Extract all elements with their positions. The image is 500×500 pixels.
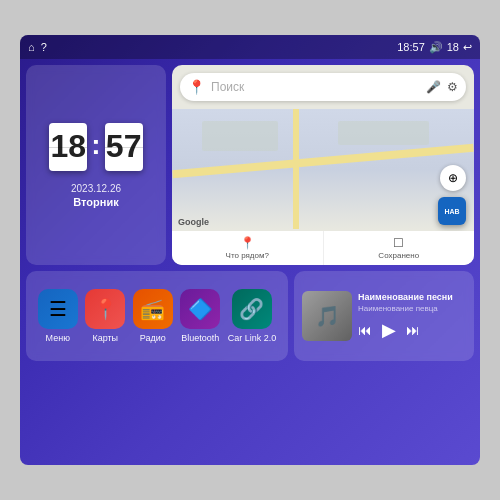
bluetooth-icon: 🔷: [180, 289, 220, 329]
maps-icon: 📍: [85, 289, 125, 329]
music-controls: ⏮ ▶ ⏭: [358, 319, 466, 341]
map-settings-icon[interactable]: ⚙: [447, 80, 458, 94]
map-bottom-bar: 📍 Что рядом? ☐ Сохранено: [172, 231, 474, 265]
map-saved-button[interactable]: ☐ Сохранено: [324, 231, 475, 265]
carlink-icon: 🔗: [232, 289, 272, 329]
bluetooth-label: Bluetooth: [181, 333, 219, 343]
maps-label: Карты: [92, 333, 118, 343]
music-play-button[interactable]: ▶: [382, 319, 396, 341]
music-prev-button[interactable]: ⏮: [358, 322, 372, 338]
music-album-art-inner: 🎵: [302, 291, 352, 341]
map-voice-icon[interactable]: 🎤: [426, 80, 441, 94]
map-area: [172, 109, 474, 229]
map-nearby-icon: 📍: [240, 236, 255, 250]
clock-widget: 18 : 57 2023.12.26 Вторник: [26, 65, 166, 265]
clock-day: Вторник: [73, 196, 118, 208]
music-next-button[interactable]: ⏭: [406, 322, 420, 338]
main-content: 18 : 57 2023.12.26 Вторник 📍 Поиск 🎤 ⚙: [20, 59, 480, 465]
radio-icon: 📻: [133, 289, 173, 329]
status-bar: ⌂ ? 18:57 🔊 18 ↩: [20, 35, 480, 59]
volume-icon: 🔊: [429, 41, 443, 54]
status-left: ⌂ ?: [28, 41, 47, 53]
music-artist: Наименование певца: [358, 304, 466, 313]
top-section: 18 : 57 2023.12.26 Вторник 📍 Поиск 🎤 ⚙: [26, 65, 474, 265]
clock-minutes: 57: [105, 123, 143, 171]
menu-label: Меню: [46, 333, 70, 343]
music-album-art: 🎵: [302, 291, 352, 341]
music-info: Наименование песни Наименование певца ⏮ …: [358, 292, 466, 341]
back-icon[interactable]: ↩: [463, 41, 472, 54]
clock-date: 2023.12.26: [71, 181, 121, 196]
bottom-section: ☰Меню📍Карты📻Радио🔷Bluetooth🔗Car Link 2.0…: [26, 271, 474, 361]
map-location-button[interactable]: ⊕: [440, 165, 466, 191]
app-item-menu[interactable]: ☰Меню: [38, 289, 78, 343]
screen: ⌂ ? 18:57 🔊 18 ↩ 18 : 57: [20, 35, 480, 465]
battery-level: 18: [447, 41, 459, 53]
status-right: 18:57 🔊 18 ↩: [397, 41, 472, 54]
app-item-carlink[interactable]: 🔗Car Link 2.0: [228, 289, 277, 343]
map-search-placeholder: Поиск: [211, 80, 420, 94]
map-nearby-button[interactable]: 📍 Что рядом?: [172, 231, 324, 265]
map-nearby-label: Что рядом?: [226, 251, 269, 260]
map-widget: 📍 Поиск 🎤 ⚙ Google ⊕: [172, 65, 474, 265]
menu-icon: ☰: [38, 289, 78, 329]
music-widget: 🎵 Наименование песни Наименование певца …: [294, 271, 474, 361]
clock-hours: 18: [49, 123, 87, 171]
map-search-bar[interactable]: 📍 Поиск 🎤 ⚙: [180, 73, 466, 101]
app-dock: ☰Меню📍Карты📻Радио🔷Bluetooth🔗Car Link 2.0: [26, 271, 288, 361]
map-block-2: [338, 121, 429, 145]
map-pin-icon: 📍: [188, 79, 205, 95]
status-time: 18:57: [397, 41, 425, 53]
flip-clock: 18 : 57: [49, 123, 142, 171]
map-saved-label: Сохранено: [378, 251, 419, 260]
map-saved-icon: ☐: [393, 236, 404, 250]
map-block-1: [202, 121, 278, 151]
google-logo: Google: [178, 217, 209, 227]
map-nav-fab[interactable]: НАВ: [438, 197, 466, 225]
wifi-icon: ?: [41, 41, 47, 53]
radio-label: Радио: [140, 333, 166, 343]
app-item-radio[interactable]: 📻Радио: [133, 289, 173, 343]
carlink-label: Car Link 2.0: [228, 333, 277, 343]
home-icon[interactable]: ⌂: [28, 41, 35, 53]
app-item-maps[interactable]: 📍Карты: [85, 289, 125, 343]
map-road-vertical: [293, 109, 299, 229]
app-item-bluetooth[interactable]: 🔷Bluetooth: [180, 289, 220, 343]
clock-colon: :: [91, 129, 100, 161]
device-frame: ⌂ ? 18:57 🔊 18 ↩ 18 : 57: [0, 0, 500, 500]
music-title: Наименование песни: [358, 292, 466, 302]
